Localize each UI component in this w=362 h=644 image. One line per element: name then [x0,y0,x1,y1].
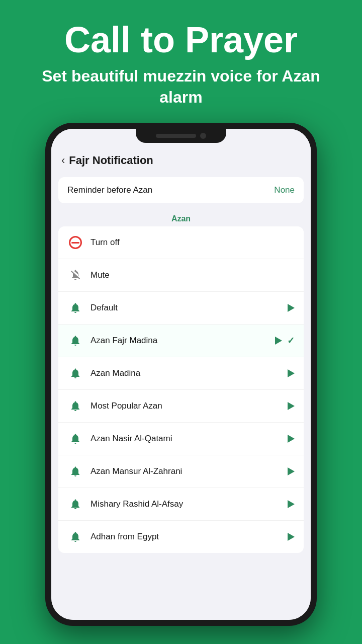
item-label-nasir: Azan Nasir Al-Qatami [90,434,288,444]
app-header: Call to Prayer Set beautiful muezzin voi… [0,0,362,118]
bell-icon-adhan-egypt [67,529,83,545]
play-button-mansur[interactable] [288,467,295,475]
azan-list: Turn off Mute [58,226,304,553]
item-label-most-popular: Most Popular Azan [90,401,288,411]
item-actions-adhan-egypt [288,533,295,541]
no-entry-icon [67,234,83,251]
back-button[interactable]: ‹ [61,154,65,167]
list-item-mishary[interactable]: Mishary Rashid Al-Afsay [58,488,304,521]
item-actions-most-popular [288,402,295,410]
item-label-fajr-madina: Azan Fajr Madina [90,336,275,346]
phone-screen: ‹ Fajr Notification Reminder before Azan… [51,129,311,620]
nav-title: Fajr Notification [69,154,153,167]
item-actions-default [288,304,295,312]
bell-icon-nasir [67,431,83,447]
list-item-turn-off[interactable]: Turn off [58,226,304,259]
item-actions-fajr-madina: ✓ [275,335,295,346]
play-button-most-popular[interactable] [288,402,295,410]
check-icon-fajr-madina: ✓ [287,335,295,346]
list-item-most-popular[interactable]: Most Popular Azan [58,390,304,423]
item-actions-mansur [288,467,295,475]
item-actions-nasir [288,435,295,443]
screen-content: ‹ Fajr Notification Reminder before Azan… [51,129,311,620]
play-button-default[interactable] [288,304,295,312]
notch-speaker [156,134,196,138]
reminder-section[interactable]: Reminder before Azan None [58,177,304,203]
mute-bell-icon [67,267,83,283]
bell-icon-fajr-madina [67,333,83,349]
play-button-mishary[interactable] [288,500,295,508]
reminder-value: None [274,185,295,195]
header-title: Call to Prayer [20,20,342,60]
item-label-mansur: Azan Mansur Al-Zahrani [90,466,288,476]
list-item-azan-fajr-madina[interactable]: Azan Fajr Madina ✓ [58,325,304,357]
bell-icon-most-popular [67,398,83,414]
item-label-mishary: Mishary Rashid Al-Afsay [90,499,288,509]
phone-frame: ‹ Fajr Notification Reminder before Azan… [45,123,317,626]
list-item-azan-madina[interactable]: Azan Madina [58,357,304,390]
bell-icon-mansur [67,463,83,479]
item-label-turn-off: Turn off [90,237,295,248]
reminder-label: Reminder before Azan [67,185,152,195]
phone-mockup: ‹ Fajr Notification Reminder before Azan… [0,123,362,626]
item-actions-mishary [288,500,295,508]
list-item-default[interactable]: Default [58,292,304,325]
header-subtitle: Set beautiful muezzin voice for Azan ala… [20,66,342,108]
notch-camera [200,133,206,139]
item-actions-madina [288,369,295,377]
play-button-madina[interactable] [288,369,295,377]
play-button-nasir[interactable] [288,435,295,443]
item-label-default: Default [90,303,288,313]
item-label-madina: Azan Madina [90,368,288,378]
bell-icon-default [67,300,83,316]
list-item-mute[interactable]: Mute [58,259,304,292]
list-item-nasir[interactable]: Azan Nasir Al-Qatami [58,423,304,455]
bell-icon-madina [67,365,83,381]
bell-icon-mishary [67,496,83,512]
play-button-adhan-egypt[interactable] [288,533,295,541]
phone-notch [136,129,226,143]
play-button-fajr-madina[interactable] [275,337,282,345]
list-item-mansur[interactable]: Azan Mansur Al-Zahrani [58,455,304,488]
list-item-adhan-egypt[interactable]: Adhan from Egypt [58,521,304,553]
item-label-mute: Mute [90,270,295,280]
item-label-adhan-egypt: Adhan from Egypt [90,532,288,542]
azan-section-header: Azan [51,207,311,226]
